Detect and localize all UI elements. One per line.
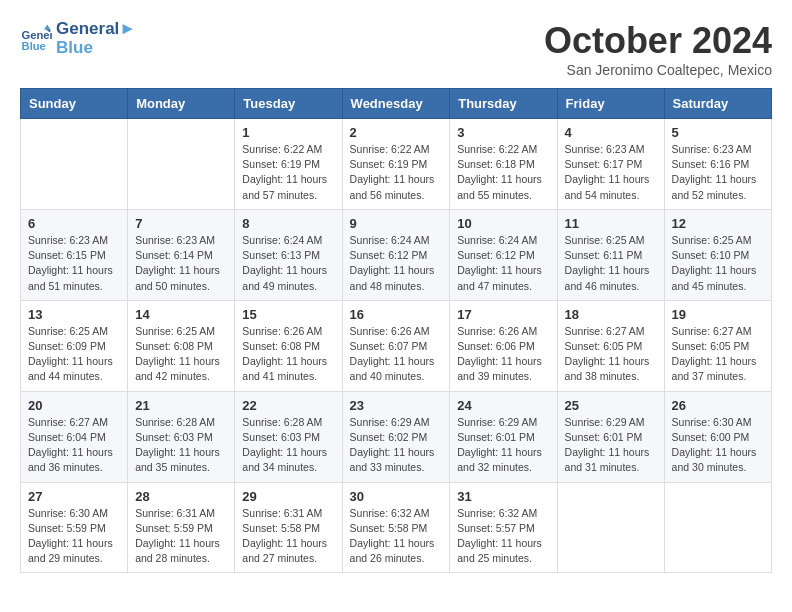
daylight-text: Daylight: 11 hours and 44 minutes. [28,355,113,382]
daylight-text: Daylight: 11 hours and 55 minutes. [457,173,542,200]
sunset-text: Sunset: 6:02 PM [350,431,428,443]
day-number: 5 [672,125,764,140]
day-info: Sunrise: 6:24 AM Sunset: 6:13 PM Dayligh… [242,233,334,294]
day-number: 1 [242,125,334,140]
page-header: General Blue General Blue General► Blue … [20,20,772,78]
sunrise-text: Sunrise: 6:25 AM [28,325,108,337]
svg-text:General: General [22,29,52,41]
table-row: 24 Sunrise: 6:29 AM Sunset: 6:01 PM Dayl… [450,391,557,482]
day-info: Sunrise: 6:29 AM Sunset: 6:02 PM Dayligh… [350,415,443,476]
day-info: Sunrise: 6:28 AM Sunset: 6:03 PM Dayligh… [242,415,334,476]
sunset-text: Sunset: 6:07 PM [350,340,428,352]
day-number: 7 [135,216,227,231]
sunset-text: Sunset: 6:17 PM [565,158,643,170]
daylight-text: Daylight: 11 hours and 31 minutes. [565,446,650,473]
table-row: 10 Sunrise: 6:24 AM Sunset: 6:12 PM Dayl… [450,209,557,300]
sunset-text: Sunset: 6:03 PM [242,431,320,443]
sunrise-text: Sunrise: 6:32 AM [350,507,430,519]
table-row: 14 Sunrise: 6:25 AM Sunset: 6:08 PM Dayl… [128,300,235,391]
sunset-text: Sunset: 6:19 PM [242,158,320,170]
daylight-text: Daylight: 11 hours and 27 minutes. [242,537,327,564]
month-title: October 2024 [544,20,772,62]
sunrise-text: Sunrise: 6:24 AM [242,234,322,246]
sunrise-text: Sunrise: 6:27 AM [28,416,108,428]
day-number: 11 [565,216,657,231]
day-info: Sunrise: 6:23 AM Sunset: 6:17 PM Dayligh… [565,142,657,203]
day-info: Sunrise: 6:32 AM Sunset: 5:58 PM Dayligh… [350,506,443,567]
day-number: 20 [28,398,120,413]
sunrise-text: Sunrise: 6:23 AM [135,234,215,246]
day-info: Sunrise: 6:22 AM Sunset: 6:19 PM Dayligh… [242,142,334,203]
day-info: Sunrise: 6:28 AM Sunset: 6:03 PM Dayligh… [135,415,227,476]
day-number: 29 [242,489,334,504]
table-row: 19 Sunrise: 6:27 AM Sunset: 6:05 PM Dayl… [664,300,771,391]
sunrise-text: Sunrise: 6:25 AM [135,325,215,337]
table-row: 25 Sunrise: 6:29 AM Sunset: 6:01 PM Dayl… [557,391,664,482]
day-number: 16 [350,307,443,322]
col-monday: Monday [128,89,235,119]
daylight-text: Daylight: 11 hours and 39 minutes. [457,355,542,382]
calendar-header-row: Sunday Monday Tuesday Wednesday Thursday… [21,89,772,119]
sunset-text: Sunset: 6:10 PM [672,249,750,261]
sunset-text: Sunset: 6:13 PM [242,249,320,261]
table-row: 15 Sunrise: 6:26 AM Sunset: 6:08 PM Dayl… [235,300,342,391]
sunset-text: Sunset: 6:08 PM [135,340,213,352]
sunset-text: Sunset: 6:06 PM [457,340,535,352]
day-info: Sunrise: 6:30 AM Sunset: 6:00 PM Dayligh… [672,415,764,476]
sunrise-text: Sunrise: 6:28 AM [135,416,215,428]
sunset-text: Sunset: 6:12 PM [350,249,428,261]
table-row: 16 Sunrise: 6:26 AM Sunset: 6:07 PM Dayl… [342,300,450,391]
daylight-text: Daylight: 11 hours and 41 minutes. [242,355,327,382]
daylight-text: Daylight: 11 hours and 36 minutes. [28,446,113,473]
table-row [557,482,664,573]
day-number: 3 [457,125,549,140]
table-row: 13 Sunrise: 6:25 AM Sunset: 6:09 PM Dayl… [21,300,128,391]
day-info: Sunrise: 6:25 AM Sunset: 6:09 PM Dayligh… [28,324,120,385]
sunrise-text: Sunrise: 6:32 AM [457,507,537,519]
table-row: 4 Sunrise: 6:23 AM Sunset: 6:17 PM Dayli… [557,119,664,210]
day-number: 18 [565,307,657,322]
day-number: 8 [242,216,334,231]
day-number: 2 [350,125,443,140]
sunset-text: Sunset: 6:16 PM [672,158,750,170]
day-info: Sunrise: 6:24 AM Sunset: 6:12 PM Dayligh… [457,233,549,294]
sunrise-text: Sunrise: 6:29 AM [457,416,537,428]
day-number: 22 [242,398,334,413]
sunset-text: Sunset: 5:57 PM [457,522,535,534]
daylight-text: Daylight: 11 hours and 51 minutes. [28,264,113,291]
sunrise-text: Sunrise: 6:29 AM [565,416,645,428]
sunset-text: Sunset: 6:01 PM [457,431,535,443]
day-number: 12 [672,216,764,231]
daylight-text: Daylight: 11 hours and 30 minutes. [672,446,757,473]
day-number: 27 [28,489,120,504]
table-row: 2 Sunrise: 6:22 AM Sunset: 6:19 PM Dayli… [342,119,450,210]
day-info: Sunrise: 6:26 AM Sunset: 6:08 PM Dayligh… [242,324,334,385]
daylight-text: Daylight: 11 hours and 57 minutes. [242,173,327,200]
daylight-text: Daylight: 11 hours and 50 minutes. [135,264,220,291]
day-number: 13 [28,307,120,322]
day-info: Sunrise: 6:25 AM Sunset: 6:10 PM Dayligh… [672,233,764,294]
sunset-text: Sunset: 6:03 PM [135,431,213,443]
daylight-text: Daylight: 11 hours and 34 minutes. [242,446,327,473]
table-row: 21 Sunrise: 6:28 AM Sunset: 6:03 PM Dayl… [128,391,235,482]
sunset-text: Sunset: 5:59 PM [28,522,106,534]
daylight-text: Daylight: 11 hours and 54 minutes. [565,173,650,200]
sunrise-text: Sunrise: 6:30 AM [28,507,108,519]
sunset-text: Sunset: 6:05 PM [672,340,750,352]
day-info: Sunrise: 6:23 AM Sunset: 6:14 PM Dayligh… [135,233,227,294]
daylight-text: Daylight: 11 hours and 40 minutes. [350,355,435,382]
daylight-text: Daylight: 11 hours and 42 minutes. [135,355,220,382]
day-info: Sunrise: 6:29 AM Sunset: 6:01 PM Dayligh… [565,415,657,476]
day-number: 10 [457,216,549,231]
day-info: Sunrise: 6:24 AM Sunset: 6:12 PM Dayligh… [350,233,443,294]
table-row: 27 Sunrise: 6:30 AM Sunset: 5:59 PM Dayl… [21,482,128,573]
col-tuesday: Tuesday [235,89,342,119]
table-row: 29 Sunrise: 6:31 AM Sunset: 5:58 PM Dayl… [235,482,342,573]
day-number: 15 [242,307,334,322]
daylight-text: Daylight: 11 hours and 35 minutes. [135,446,220,473]
day-info: Sunrise: 6:22 AM Sunset: 6:19 PM Dayligh… [350,142,443,203]
logo: General Blue General Blue General► Blue [20,20,136,57]
table-row: 1 Sunrise: 6:22 AM Sunset: 6:19 PM Dayli… [235,119,342,210]
day-number: 21 [135,398,227,413]
daylight-text: Daylight: 11 hours and 26 minutes. [350,537,435,564]
